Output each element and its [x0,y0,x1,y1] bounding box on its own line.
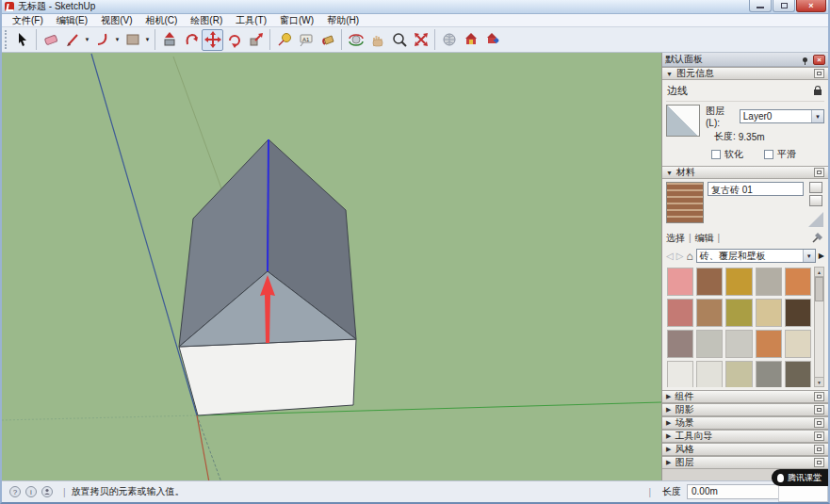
tab-edit[interactable]: 编辑 [695,232,714,245]
menu-camera[interactable]: 相机(C) [138,14,184,27]
eyedropper-icon[interactable] [811,231,824,246]
line-tool-icon[interactable] [61,29,83,51]
scale-tool-icon[interactable] [245,29,267,51]
material-swatch[interactable] [667,299,693,327]
toolbar-grip[interactable] [5,30,8,49]
tencent-classroom-popup[interactable]: 腾讯课堂 [772,469,828,486]
minimize-button[interactable] [749,0,772,12]
material-swatch[interactable] [667,361,693,387]
zoom-tool-icon[interactable] [388,29,410,51]
tape-measure-tool-icon[interactable] [273,29,295,51]
section-detach-button[interactable] [814,405,824,415]
geolocation-status-icon[interactable]: ? [9,486,21,497]
material-swatch[interactable] [725,268,752,296]
menu-edit[interactable]: 编辑(E) [50,14,94,27]
section-detach-button[interactable] [814,392,824,401]
zoom-extents-tool-icon[interactable] [410,29,431,51]
materials-detach-button[interactable] [814,168,824,177]
soften-checkbox[interactable]: 软化 [711,148,743,161]
menu-tools[interactable]: 工具(T) [229,14,273,27]
chevron-down-icon[interactable]: ▼ [811,110,823,122]
model-viewport[interactable] [2,53,661,482]
layer-dropdown[interactable]: Layer0 ▼ [740,109,824,123]
entity-info-header[interactable]: ▼ 图元信息 [662,67,828,80]
tab-select[interactable]: 选择 [666,232,685,245]
section-detach-button[interactable] [814,445,824,454]
material-name-input[interactable]: 复古砖 01 [708,182,804,196]
user-status-icon[interactable] [41,486,53,497]
orbit-tool-icon[interactable] [345,29,366,51]
eraser-tool-icon[interactable] [40,29,61,51]
forward-arrow-icon[interactable]: ▷ [676,251,684,261]
scrollbar-thumb[interactable] [815,277,823,301]
material-swatch[interactable] [756,299,782,327]
rectangle-tool-dropdown-icon[interactable]: ▼ [143,29,152,51]
select-tool-icon[interactable] [11,29,33,51]
details-menu-icon[interactable]: ▶ [819,252,824,260]
in-model-icon[interactable] [809,195,822,206]
material-swatch[interactable] [696,361,723,387]
chevron-down-icon[interactable]: ▼ [803,250,815,262]
section-instructor[interactable]: ▶ 工具向导 [662,430,828,443]
pan-tool-icon[interactable] [366,29,388,51]
rectangle-tool-icon[interactable] [122,29,143,51]
material-swatch[interactable] [785,330,811,358]
paint-bucket-tool-icon[interactable] [317,29,338,51]
back-arrow-icon[interactable]: ◁ [666,251,674,261]
material-swatch[interactable] [785,299,811,327]
section-shadows[interactable]: ▶ 阴影 [662,403,828,416]
follow-me-tool-icon[interactable] [180,29,202,51]
scroll-down-icon[interactable]: ▼ [815,377,823,386]
material-swatch[interactable] [667,330,693,358]
get-models-tool-icon[interactable] [460,29,481,51]
arc-tool-dropdown-icon[interactable]: ▼ [113,29,122,51]
close-button[interactable]: × [796,0,826,12]
scroll-up-icon[interactable]: ▲ [815,268,823,277]
restore-button[interactable] [773,0,795,12]
section-components[interactable]: ▶ 组件 [662,390,828,403]
swatch-scrollbar[interactable]: ▲ ▼ [814,267,824,387]
pin-icon[interactable] [803,57,807,62]
line-tool-dropdown-icon[interactable]: ▼ [83,29,91,51]
credits-status-icon[interactable]: i [25,486,37,497]
section-styles[interactable]: ▶ 风格 [662,443,828,456]
add-location-tool-icon[interactable] [438,29,460,51]
section-layers[interactable]: ▶ 图层 [662,456,828,469]
menu-draw[interactable]: 绘图(R) [184,14,229,27]
material-swatch[interactable] [725,361,752,387]
section-scenes[interactable]: ▶ 场景 [662,416,828,430]
material-swatch[interactable] [696,330,723,358]
popup-ad-fragment[interactable] [778,485,828,502]
menu-window[interactable]: 窗口(W) [273,14,320,27]
text-label-tool-icon[interactable]: A1 [295,29,317,51]
measurement-input[interactable]: 0.00m [687,484,790,499]
material-swatch[interactable] [696,299,723,327]
share-model-tool-icon[interactable] [481,29,503,51]
material-swatch[interactable] [785,361,811,387]
entity-info-detach-button[interactable] [814,69,824,78]
section-detach-button[interactable] [814,458,824,467]
menu-view[interactable]: 视图(V) [94,14,138,27]
smooth-checkbox[interactable]: 平滑 [764,148,796,161]
material-category-dropdown[interactable]: 砖、覆层和壁板 ▼ [696,249,816,263]
material-swatch[interactable] [696,268,723,296]
section-detach-button[interactable] [814,431,824,441]
active-material-thumbnail[interactable] [666,182,704,223]
material-swatch[interactable] [785,268,811,296]
menu-file[interactable]: 文件(F) [6,14,50,27]
lock-icon[interactable] [814,89,822,95]
material-swatch[interactable] [756,361,782,387]
materials-header[interactable]: ▼ 材料 [662,166,828,179]
section-detach-button[interactable] [814,418,824,428]
material-swatch[interactable] [667,268,693,296]
push-pull-tool-icon[interactable] [158,29,180,51]
arc-tool-icon[interactable] [91,29,113,51]
home-icon[interactable]: ⌂ [686,250,692,263]
tray-close-button[interactable]: × [813,55,825,65]
material-swatch[interactable] [725,330,752,358]
move-tool-icon[interactable] [202,29,223,51]
material-swatch[interactable] [725,299,752,327]
rotate-tool-icon[interactable] [223,29,245,51]
material-swatch[interactable] [756,268,782,296]
create-material-icon[interactable] [809,182,822,193]
